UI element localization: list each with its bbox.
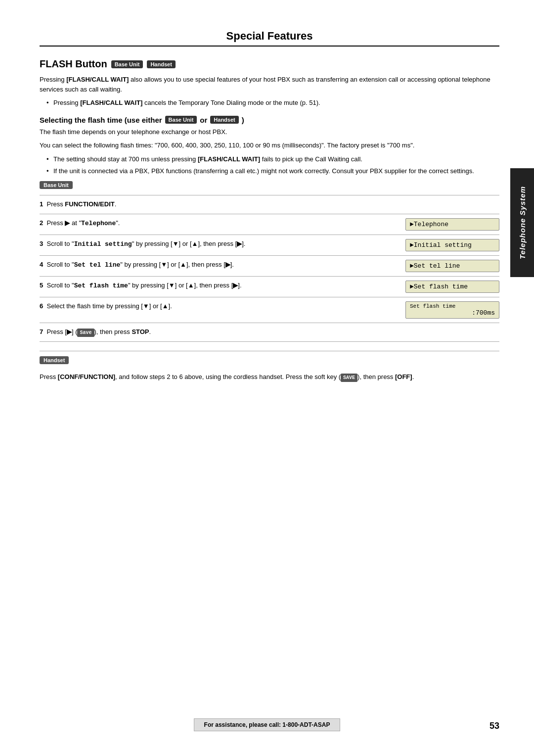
section-heading: FLASH Button Base Unit Handset (40, 58, 499, 70)
footer-assistance: For assistance, please call: 1-800-ADT-A… (194, 718, 341, 731)
step-2-text: 2 Press ▶ at "Telephone". (40, 214, 405, 233)
base-unit-label: Base Unit (40, 181, 73, 189)
sub-heading: Selecting the flash time (use either Bas… (40, 116, 499, 124)
step-7-lcd (405, 323, 499, 331)
lcd-flash-time-value: Set flash time :700ms (405, 301, 499, 319)
step-2-row: 2 Press ▶ at "Telephone". ►Telephone (40, 214, 499, 235)
step-3-row: 3 Scroll to "Initial setting" by pressin… (40, 235, 499, 256)
step-7-row: 7 Press [▶] (Save), then press STOP. (40, 323, 499, 342)
sub-intro-1: The flash time depends on your telephone… (40, 127, 499, 137)
page: Telephone System Special Features FLASH … (0, 0, 534, 756)
sub-bullet-2: If the unit is connected via a PBX, PBX … (46, 166, 499, 176)
step-7-text: 7 Press [▶] (Save), then press STOP. (40, 323, 405, 341)
step-1-lcd (405, 195, 499, 203)
sub-bullet-list: The setting should stay at 700 ms unless… (46, 154, 499, 176)
step-6-row: 6 Select the flash time by pressing [▼] … (40, 297, 499, 323)
step-5-row: 5 Scroll to "Set flash time" by pressing… (40, 277, 499, 297)
lcd-telephone: ►Telephone (405, 218, 499, 231)
sub-bullet-1: The setting should stay at 700 ms unless… (46, 154, 499, 164)
save-badge: Save (77, 329, 94, 337)
step-5-lcd: ►Set flash time (405, 277, 499, 297)
sub-intro-2: You can select the following flash times… (40, 141, 499, 150)
step-1-row: 1 Press FUNCTION/EDIT. (40, 195, 499, 214)
base-unit-badge: Base Unit (111, 60, 143, 68)
step-4-lcd: ►Set tel line (405, 256, 499, 276)
handset-badge: Handset (147, 60, 175, 68)
handset-label: Handset (40, 356, 69, 364)
bullet-item: Pressing [FLASH/CALL WAIT] cancels the T… (46, 98, 499, 108)
sidebar-tab: Telephone System (510, 168, 534, 277)
step-3-text: 3 Scroll to "Initial setting" by pressin… (40, 235, 405, 253)
page-title: Special Features (40, 30, 499, 47)
lcd-set-tel-line: ►Set tel line (405, 260, 499, 272)
footer: For assistance, please call: 1-800-ADT-A… (0, 718, 534, 731)
step-1-text: 1 Press FUNCTION/EDIT. (40, 195, 405, 213)
step-6-text: 6 Select the flash time by pressing [▼] … (40, 297, 405, 315)
bullet-list: Pressing [FLASH/CALL WAIT] cancels the T… (46, 98, 499, 108)
step-2-lcd: ►Telephone (405, 214, 499, 235)
step-3-lcd: ►Initial setting (405, 235, 499, 255)
page-number: 53 (490, 721, 499, 731)
save-soft-key-badge: SAVE (341, 374, 357, 382)
step-5-text: 5 Scroll to "Set flash time" by pressing… (40, 277, 405, 295)
step-6-lcd: Set flash time :700ms (405, 297, 499, 323)
handset-section: Handset Press [CONF/FUNCTION], and follo… (40, 351, 499, 382)
intro-text: Pressing [FLASH/CALL WAIT] also allows y… (40, 75, 499, 94)
lcd-set-flash-time: ►Set flash time (405, 281, 499, 293)
steps-table: 1 Press FUNCTION/EDIT. 2 Press ▶ at "Tel… (40, 195, 499, 342)
sub-base-unit-badge: Base Unit (165, 116, 197, 124)
handset-text: Press [CONF/FUNCTION], and follow steps … (40, 372, 499, 382)
step-4-text: 4 Scroll to "Set tel line" by pressing [… (40, 256, 405, 274)
step-4-row: 4 Scroll to "Set tel line" by pressing [… (40, 256, 499, 277)
lcd-initial-setting: ►Initial setting (405, 239, 499, 251)
sub-handset-badge: Handset (210, 116, 238, 124)
